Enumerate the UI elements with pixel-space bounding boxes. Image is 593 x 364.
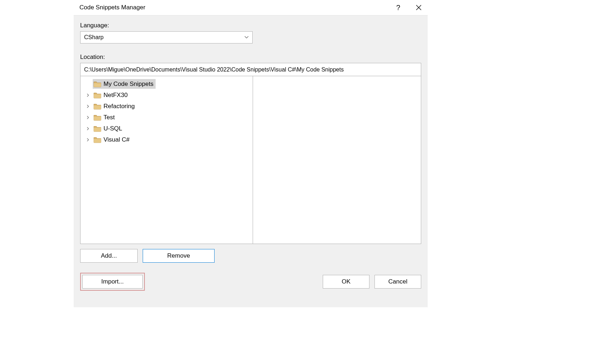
- tree-item[interactable]: U-SQL: [81, 123, 253, 134]
- language-dropdown-value: CSharp: [84, 34, 104, 41]
- tree-container: My Code SnippetsNetFX30RefactoringTestU-…: [80, 76, 421, 244]
- bottom-button-row: Import... OK Cancel: [80, 273, 421, 291]
- cancel-button[interactable]: Cancel: [374, 275, 421, 289]
- snippet-detail-panel: [253, 76, 421, 244]
- tree-item[interactable]: NetFX30: [81, 89, 253, 101]
- code-snippets-manager-dialog: Code Snippets Manager ? Language: CSharp…: [74, 0, 428, 307]
- import-highlight: Import...: [80, 273, 145, 291]
- location-label: Location:: [80, 54, 421, 61]
- titlebar: Code Snippets Manager ?: [74, 0, 428, 15]
- chevron-right-icon[interactable]: [85, 104, 91, 109]
- folder-icon: [93, 137, 101, 143]
- folder-icon: [93, 92, 101, 98]
- folder-icon: [93, 125, 101, 132]
- chevron-right-icon[interactable]: [85, 93, 91, 97]
- location-display: C:\Users\Migue\OneDrive\Documents\Visual…: [80, 63, 421, 76]
- tree-item-content: Test: [93, 112, 117, 122]
- chevron-down-icon: [244, 35, 249, 40]
- add-button[interactable]: Add...: [80, 249, 138, 263]
- tree-item-content: Visual C#: [93, 135, 132, 144]
- tree-item-content: My Code Snippets: [93, 79, 156, 89]
- folder-icon: [93, 114, 101, 121]
- remove-button[interactable]: Remove: [143, 249, 215, 263]
- close-icon[interactable]: [415, 4, 423, 11]
- titlebar-controls: ?: [394, 4, 423, 11]
- tree-item-content: Refactoring: [93, 101, 137, 111]
- dialog-body: Language: CSharp Location: C:\Users\Migu…: [74, 15, 428, 307]
- dialog-title: Code Snippets Manager: [79, 4, 394, 11]
- import-button[interactable]: Import...: [82, 275, 143, 289]
- language-label: Language:: [80, 22, 421, 29]
- tree-item-label: U-SQL: [104, 125, 122, 132]
- folder-icon: [93, 103, 101, 110]
- tree-button-row: Add... Remove: [80, 249, 421, 263]
- dialog-confirm-buttons: OK Cancel: [323, 275, 421, 289]
- tree-item[interactable]: Visual C#: [81, 134, 253, 145]
- chevron-right-icon[interactable]: [85, 126, 91, 131]
- tree-item-label: My Code Snippets: [104, 80, 153, 88]
- tree-item-content: NetFX30: [93, 90, 130, 100]
- tree-item[interactable]: My Code Snippets: [81, 78, 253, 89]
- tree-item-content: U-SQL: [93, 124, 124, 133]
- language-dropdown[interactable]: CSharp: [80, 31, 253, 43]
- folder-tree[interactable]: My Code SnippetsNetFX30RefactoringTestU-…: [81, 76, 253, 244]
- chevron-right-icon[interactable]: [85, 138, 91, 142]
- folder-icon: [93, 81, 101, 87]
- tree-item-label: NetFX30: [104, 92, 128, 99]
- location-section: Location: C:\Users\Migue\OneDrive\Docume…: [80, 54, 421, 244]
- tree-item-label: Visual C#: [104, 136, 129, 143]
- tree-item[interactable]: Refactoring: [81, 101, 253, 112]
- help-icon[interactable]: ?: [394, 4, 402, 11]
- tree-item-label: Refactoring: [104, 103, 135, 110]
- tree-item-label: Test: [104, 114, 115, 121]
- chevron-right-icon[interactable]: [85, 115, 91, 120]
- tree-item[interactable]: Test: [81, 112, 253, 123]
- ok-button[interactable]: OK: [323, 275, 369, 289]
